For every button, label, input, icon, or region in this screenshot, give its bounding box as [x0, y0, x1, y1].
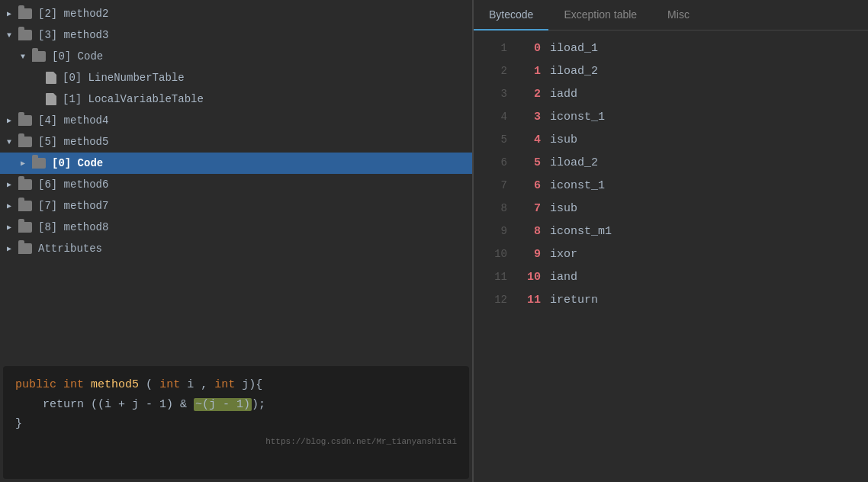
tree-item-method3-lnt[interactable]: [0] LineNumberTable	[0, 67, 472, 88]
tree-item-label: [0] LineNumberTable	[63, 72, 185, 84]
right-panel: Bytecode Exception table Misc 10iload_12…	[474, 0, 868, 482]
tree-item-label: [0] Code	[52, 50, 103, 63]
tree-item-label: [0] Code	[52, 157, 103, 169]
tab-bytecode[interactable]: Bytecode	[474, 0, 548, 31]
file-icon	[46, 72, 56, 84]
arrow-icon	[3, 200, 15, 212]
keyword-int-1: int	[63, 378, 84, 391]
bytecode-row: 10iload_1	[474, 37, 868, 59]
tree-item-method2[interactable]: [2] method2	[0, 3, 472, 24]
tree-item-label: Attributes	[38, 243, 102, 255]
opcode-index: 3	[519, 111, 541, 124]
opcode-index: 11	[519, 294, 541, 307]
line-number: 5	[483, 133, 507, 146]
line-number: 11	[483, 271, 507, 283]
tree-item-label: [7] method7	[38, 200, 108, 212]
main-container: [2] method2[3] method3[0] Code[0] LineNu…	[0, 0, 868, 482]
arrow-icon	[17, 157, 29, 169]
bytecode-row: 32iadd	[474, 82, 868, 105]
opcode-index: 4	[519, 133, 541, 146]
folder-icon	[18, 137, 32, 147]
bytecode-row: 1110iand	[474, 265, 868, 288]
tree-item-method6[interactable]: [6] method6	[0, 174, 472, 195]
opcode-index: 7	[519, 202, 541, 215]
file-icon	[46, 93, 56, 105]
opcode-mnemonic: iload_1	[550, 42, 598, 55]
tree-item-label: [4] method4	[38, 114, 108, 127]
arrow-icon	[3, 221, 15, 233]
opcode-index: 1	[519, 65, 541, 78]
opcode-mnemonic: iadd	[550, 88, 577, 101]
source-line-3: }	[15, 414, 457, 434]
bytecode-row: 87isub	[474, 197, 868, 220]
opcode-mnemonic: isub	[550, 133, 577, 146]
tab-bar: Bytecode Exception table Misc	[474, 0, 868, 31]
tree-item-label: [8] method8	[38, 221, 108, 233]
arrow-icon	[17, 50, 29, 63]
line-number: 4	[483, 111, 507, 123]
tree-item-method3-code[interactable]: [0] Code	[0, 46, 472, 67]
opcode-mnemonic: iconst_1	[550, 179, 605, 192]
opcode-index: 0	[519, 42, 541, 55]
arrow-icon	[3, 114, 15, 127]
opcode-index: 5	[519, 156, 541, 169]
opcode-mnemonic: iand	[550, 271, 577, 284]
tree-item-method4[interactable]: [4] method4	[0, 110, 472, 131]
bytecode-row: 109ixor	[474, 243, 868, 265]
opcode-mnemonic: iconst_1	[550, 111, 605, 124]
tree-item-method7[interactable]: [7] method7	[0, 195, 472, 217]
folder-icon	[32, 51, 46, 62]
opcode-mnemonic: iconst_m1	[550, 225, 612, 238]
opcode-index: 2	[519, 88, 541, 101]
arrow-icon	[3, 178, 15, 191]
method-name: method5	[91, 378, 139, 391]
watermark: https://blog.csdn.net/Mr_tianyanshitai	[15, 437, 457, 446]
line-number: 12	[483, 294, 507, 306]
line-number: 3	[483, 88, 507, 100]
folder-icon	[18, 201, 32, 211]
tree-item-method5-code[interactable]: [0] Code	[0, 153, 472, 174]
source-panel: public int method5 ( int i , int j){ ret…	[3, 366, 469, 479]
tree-item-method3[interactable]: [3] method3	[0, 24, 472, 46]
bytecode-area: 10iload_121iload_232iadd43iconst_154isub…	[474, 31, 868, 482]
tree-item-label: [1] LocalVariableTable	[63, 93, 204, 105]
folder-icon	[18, 115, 32, 126]
tree-item-method8[interactable]: [8] method8	[0, 217, 472, 238]
opcode-mnemonic: iload_2	[550, 65, 598, 78]
arrow-icon	[3, 8, 15, 20]
left-panel: [2] method2[3] method3[0] Code[0] LineNu…	[0, 0, 473, 482]
source-line-1: public int method5 ( int i , int j){	[15, 375, 457, 395]
opcode-index: 9	[519, 248, 541, 261]
bytecode-row: 65iload_2	[474, 151, 868, 174]
folder-icon	[18, 8, 32, 19]
tree-item-attributes[interactable]: Attributes	[0, 238, 472, 259]
tree-item-method3-lvt[interactable]: [1] LocalVariableTable	[0, 88, 472, 110]
opcode-mnemonic: isub	[550, 202, 577, 215]
line-number: 10	[483, 248, 507, 260]
keyword-int-3: int	[214, 378, 235, 391]
line-number: 7	[483, 179, 507, 191]
bytecode-row: 98iconst_m1	[474, 220, 868, 243]
tree-item-label: [3] method3	[38, 29, 108, 41]
bytecode-row: 43iconst_1	[474, 105, 868, 128]
keyword-public: public	[15, 378, 56, 391]
bytecode-row: 54isub	[474, 128, 868, 151]
line-number: 8	[483, 202, 507, 214]
tree-item-label: [2] method2	[38, 8, 108, 20]
tree-area: [2] method2[3] method3[0] Code[0] LineNu…	[0, 0, 472, 363]
opcode-index: 6	[519, 179, 541, 192]
bytecode-row: 76iconst_1	[474, 174, 868, 197]
tab-misc[interactable]: Misc	[652, 0, 705, 31]
opcode-index: 8	[519, 225, 541, 238]
keyword-int-2: int	[159, 378, 180, 391]
line-number: 1	[483, 42, 507, 54]
tab-exception-table[interactable]: Exception table	[548, 0, 652, 31]
tree-item-method5[interactable]: [5] method5	[0, 131, 472, 153]
line-number: 2	[483, 65, 507, 77]
tree-item-label: [6] method6	[38, 178, 108, 191]
line-number: 6	[483, 156, 507, 169]
folder-icon	[32, 158, 46, 169]
tree-item-label: [5] method5	[38, 136, 108, 148]
folder-icon	[18, 222, 32, 233]
opcode-index: 10	[519, 271, 541, 284]
